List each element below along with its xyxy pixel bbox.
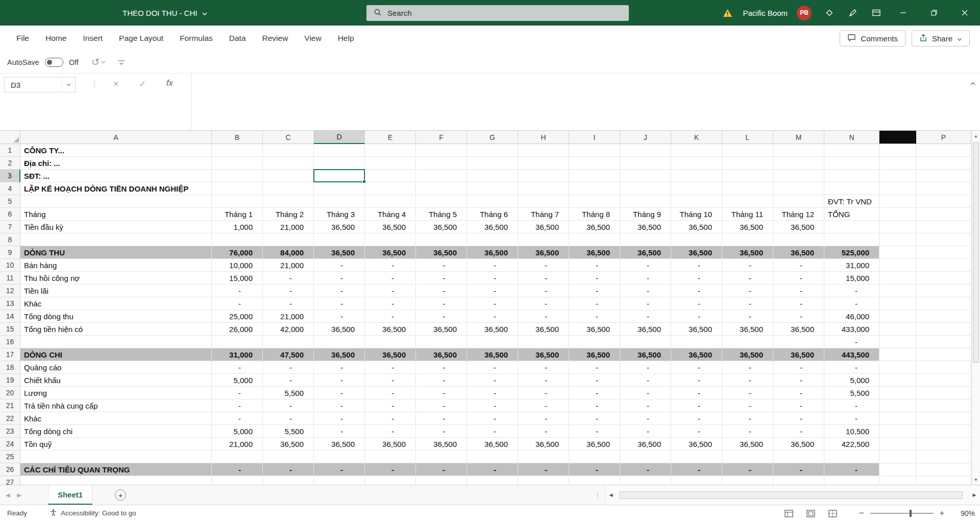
cell-O18[interactable] (879, 361, 916, 374)
cell-J19[interactable]: - (620, 374, 671, 387)
cell-O13[interactable] (879, 297, 916, 310)
cell-K2[interactable] (671, 157, 722, 170)
cell-F12[interactable]: - (416, 285, 467, 297)
cell-F17[interactable]: 36,500 (416, 348, 467, 361)
cell-P2[interactable] (916, 157, 971, 170)
cell-I16[interactable] (569, 336, 620, 348)
cell-J8[interactable] (620, 233, 671, 246)
cell-O16[interactable] (879, 336, 916, 348)
cell-I17[interactable]: 36,500 (569, 348, 620, 361)
cell-E9[interactable]: 36,500 (365, 246, 416, 259)
row-header-5[interactable]: 5 (0, 195, 20, 208)
cell-L3[interactable] (722, 170, 773, 182)
cell-M21[interactable]: - (773, 399, 824, 412)
cell-A4[interactable]: LẬP KẾ HOẠCH DÒNG TIỀN DOANH NGHIỆP (20, 182, 212, 195)
cell-H14[interactable]: - (518, 310, 569, 323)
row-header-23[interactable]: 23 (0, 425, 20, 438)
cell-E5[interactable] (365, 195, 416, 208)
new-sheet-button[interactable]: + (115, 489, 126, 501)
cell-O26[interactable] (879, 463, 916, 476)
cell-C14[interactable]: 21,000 (263, 310, 314, 323)
cell-M19[interactable]: - (773, 374, 824, 387)
cell-E16[interactable] (365, 336, 416, 348)
cell-P9[interactable] (916, 246, 971, 259)
cell-A20[interactable]: Lương (20, 387, 212, 399)
cell-H10[interactable]: - (518, 259, 569, 272)
cell-N8[interactable] (824, 233, 879, 246)
cell-D8[interactable] (314, 233, 365, 246)
cell-E22[interactable]: - (365, 412, 416, 425)
cell-N27[interactable] (824, 476, 879, 485)
row-header-4[interactable]: 4 (0, 182, 20, 195)
cell-M15[interactable]: 36,500 (773, 323, 824, 336)
cell-C22[interactable]: - (263, 412, 314, 425)
cell-I23[interactable]: - (569, 425, 620, 438)
cell-D19[interactable]: - (314, 374, 365, 387)
cell-N12[interactable]: - (824, 285, 879, 297)
row-header-11[interactable]: 11 (0, 272, 20, 285)
row-header-15[interactable]: 15 (0, 323, 20, 336)
column-header-I[interactable]: I (569, 131, 620, 144)
cell-L26[interactable]: - (722, 463, 773, 476)
column-header-M[interactable]: M (773, 131, 824, 144)
cell-D26[interactable]: - (314, 463, 365, 476)
cell-F20[interactable]: - (416, 387, 467, 399)
cell-G14[interactable]: - (467, 310, 518, 323)
cell-E8[interactable] (365, 233, 416, 246)
cell-J25[interactable] (620, 451, 671, 463)
cell-J4[interactable] (620, 182, 671, 195)
cell-B20[interactable]: - (212, 387, 263, 399)
cell-D12[interactable]: - (314, 285, 365, 297)
cell-D3[interactable] (314, 170, 365, 182)
cell-I14[interactable]: - (569, 310, 620, 323)
cell-O25[interactable] (879, 451, 916, 463)
cell-M8[interactable] (773, 233, 824, 246)
column-header-O[interactable] (879, 131, 916, 144)
cell-P14[interactable] (916, 310, 971, 323)
cell-K19[interactable]: - (671, 374, 722, 387)
column-header-C[interactable]: C (263, 131, 314, 144)
cell-N25[interactable] (824, 451, 879, 463)
column-header-B[interactable]: B (212, 131, 263, 144)
cell-M10[interactable]: - (773, 259, 824, 272)
cell-L4[interactable] (722, 182, 773, 195)
cell-K11[interactable]: - (671, 272, 722, 285)
cell-K3[interactable] (671, 170, 722, 182)
cell-J17[interactable]: 36,500 (620, 348, 671, 361)
cell-D22[interactable]: - (314, 412, 365, 425)
cell-A2[interactable]: Địa chỉ: ... (20, 157, 212, 170)
cell-P15[interactable] (916, 323, 971, 336)
cell-M16[interactable] (773, 336, 824, 348)
cell-J6[interactable]: Tháng 9 (620, 208, 671, 221)
cell-K21[interactable]: - (671, 399, 722, 412)
cell-A22[interactable]: Khác (20, 412, 212, 425)
row-header-6[interactable]: 6 (0, 208, 20, 221)
cell-C12[interactable]: - (263, 285, 314, 297)
zoom-slider[interactable] (870, 509, 934, 517)
cell-E4[interactable] (365, 182, 416, 195)
cell-H8[interactable] (518, 233, 569, 246)
cell-N24[interactable]: 422,500 (824, 438, 879, 451)
cell-C23[interactable]: 5,500 (263, 425, 314, 438)
cell-F25[interactable] (416, 451, 467, 463)
cell-B18[interactable]: - (212, 361, 263, 374)
cell-A16[interactable] (20, 336, 212, 348)
cell-G26[interactable]: - (467, 463, 518, 476)
cell-O4[interactable] (879, 182, 916, 195)
cell-P3[interactable] (916, 170, 971, 182)
cell-O8[interactable] (879, 233, 916, 246)
cell-B2[interactable] (212, 157, 263, 170)
cell-I20[interactable]: - (569, 387, 620, 399)
cell-N20[interactable]: 5,500 (824, 387, 879, 399)
cell-E14[interactable]: - (365, 310, 416, 323)
cell-I22[interactable]: - (569, 412, 620, 425)
diamond-icon[interactable] (825, 8, 834, 17)
cell-N7[interactable] (824, 221, 879, 233)
cell-K4[interactable] (671, 182, 722, 195)
search-input[interactable]: Search (366, 5, 629, 21)
cell-P13[interactable] (916, 297, 971, 310)
scroll-up-icon[interactable]: ▲ (972, 131, 980, 141)
cell-D24[interactable]: 36,500 (314, 438, 365, 451)
share-button[interactable]: Share (912, 30, 970, 46)
cell-O1[interactable] (879, 144, 916, 157)
